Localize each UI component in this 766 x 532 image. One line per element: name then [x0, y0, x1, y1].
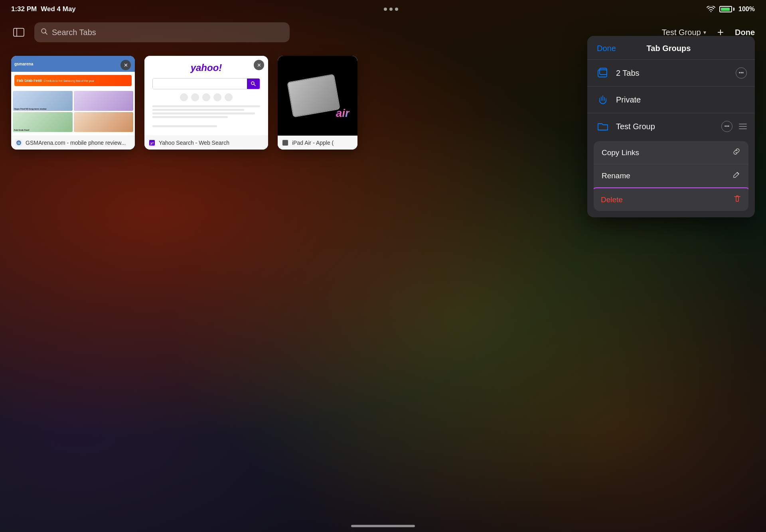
- tab-card[interactable]: gsmarena Fab Grab Fest! Check-in to the …: [11, 56, 135, 150]
- group-name-private: Private: [616, 95, 747, 104]
- group-item-private[interactable]: Private: [587, 87, 755, 113]
- chevron-down-icon: ▾: [703, 29, 706, 35]
- status-bar: 1:32 PM Wed 4 May 100%: [0, 0, 766, 18]
- tab-card-label: G GSMArena.com - mobile phone review...: [11, 136, 135, 150]
- search-icon: [41, 28, 48, 37]
- tab-card-label: y! Yahoo Search - Web Search: [144, 136, 268, 150]
- tab-title: Yahoo Search - Web Search: [159, 140, 229, 146]
- panel-header: Done Tab Groups: [587, 36, 755, 60]
- group-name-2tabs: 2 Tabs: [616, 69, 730, 78]
- svg-rect-0: [14, 28, 24, 36]
- tab-title: iPad Air - Apple (: [292, 140, 334, 146]
- search-placeholder: Search Tabs: [52, 28, 96, 37]
- close-tab-button[interactable]: ✕: [120, 60, 131, 70]
- wifi-icon: [707, 6, 715, 12]
- status-time: 1:32 PM: [11, 5, 37, 13]
- group-item-2tabs[interactable]: 2 Tabs •••: [587, 60, 755, 86]
- test-group-name: Test Group: [616, 122, 716, 131]
- group-item-actions: •••: [736, 67, 747, 79]
- dot-2: [389, 8, 393, 11]
- dot-1: [384, 8, 387, 11]
- dot-3: [395, 8, 398, 11]
- delete-label: Delete: [601, 195, 623, 204]
- drag-handle[interactable]: [739, 124, 747, 129]
- tabs-area: gsmarena Fab Grab Fest! Check-in to the …: [11, 46, 407, 508]
- home-indicator: [351, 525, 415, 527]
- tab-favicon: y!: [148, 139, 156, 146]
- group-item-testgroup[interactable]: Test Group •••: [587, 113, 755, 140]
- yahoo-logo-text: yahoo!: [191, 62, 222, 73]
- tabs-icon: [597, 67, 609, 79]
- svg-rect-12: [600, 68, 607, 75]
- context-menu: Copy Links Rename Delete: [594, 141, 748, 211]
- status-date: Wed 4 May: [41, 5, 76, 13]
- tab-thumbnail: gsmarena Fab Grab Fest! Check-in to the …: [11, 56, 135, 136]
- status-center-dots: [384, 8, 398, 11]
- ellipsis-button[interactable]: •••: [736, 67, 747, 79]
- copy-links-icon: [732, 148, 740, 158]
- svg-line-7: [254, 85, 256, 86]
- rename-label: Rename: [602, 171, 630, 180]
- panel-done-button[interactable]: Done: [597, 44, 616, 53]
- delete-icon: [733, 195, 741, 205]
- svg-point-6: [251, 82, 254, 85]
- ipad-air-text: air: [336, 107, 349, 120]
- battery-percentage: 100%: [738, 6, 755, 13]
- tab-card[interactable]: yahoo!: [144, 56, 268, 150]
- svg-text:G: G: [18, 141, 20, 145]
- tab-thumbnail: air: [278, 56, 357, 136]
- panel-title: Tab Groups: [647, 44, 691, 53]
- tabs-group-icon: [595, 65, 610, 81]
- tab-favicon: [282, 139, 289, 146]
- search-bar[interactable]: Search Tabs: [34, 22, 290, 42]
- tab-groups-panel: Done Tab Groups 2 Tabs ••• Private: [587, 36, 755, 217]
- svg-rect-10: [282, 140, 288, 146]
- svg-text:y!: y!: [150, 141, 154, 145]
- test-group-actions: •••: [721, 121, 747, 132]
- context-item-delete[interactable]: Delete: [594, 187, 748, 211]
- tab-card-label: iPad Air - Apple (: [278, 136, 357, 150]
- folder-icon: [597, 120, 609, 132]
- rename-icon: [732, 171, 740, 181]
- svg-line-3: [45, 32, 47, 34]
- close-tab-button[interactable]: ✕: [254, 60, 264, 70]
- private-group-icon: [595, 92, 610, 107]
- test-group-ellipsis-button[interactable]: •••: [721, 121, 732, 132]
- tab-title: GSMArena.com - mobile phone review...: [26, 140, 126, 146]
- tab-favicon: G: [15, 139, 22, 146]
- hand-icon: [597, 94, 608, 105]
- context-item-rename[interactable]: Rename: [594, 164, 748, 187]
- tab-thumbnail: yahoo!: [144, 56, 268, 136]
- sidebar-icon: [13, 28, 24, 37]
- sidebar-toggle-button[interactable]: [11, 26, 26, 38]
- tab-card[interactable]: air iPad Air - Apple (: [278, 56, 357, 150]
- ipad-device-image: [287, 74, 340, 117]
- battery-icon: [719, 6, 734, 12]
- context-item-copy-links[interactable]: Copy Links: [594, 141, 748, 164]
- test-group-icon: [595, 119, 610, 134]
- status-right: 100%: [707, 6, 755, 13]
- copy-links-label: Copy Links: [602, 148, 639, 157]
